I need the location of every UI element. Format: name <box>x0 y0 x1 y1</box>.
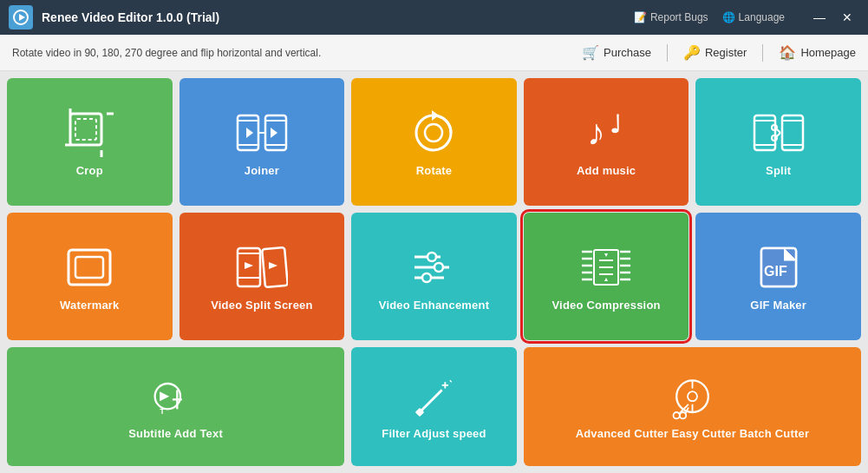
filter-adjust-speed-tile[interactable]: Filter Adjust speed <box>351 347 517 466</box>
language-btn[interactable]: 🌐 Language <box>722 11 785 23</box>
add-music-icon: ♪ ♩ <box>580 107 632 159</box>
svg-point-83 <box>673 412 679 418</box>
video-split-screen-tile[interactable]: Video Split Screen <box>179 213 345 340</box>
close-btn[interactable]: ✕ <box>835 8 859 27</box>
video-enhancement-label: Video Enhancement <box>379 299 489 312</box>
bug-icon: 📝 <box>634 11 647 23</box>
svg-marker-61 <box>604 278 608 281</box>
app-title: Renee Video Editor 1.0.0 (Trial) <box>42 10 219 24</box>
video-enhancement-tile[interactable]: Video Enhancement <box>351 213 517 340</box>
register-btn[interactable]: 🔑 Register <box>683 44 747 61</box>
rotate-icon <box>408 107 460 159</box>
split-tile[interactable]: Split <box>695 78 861 206</box>
menu-bar: Rotate video in 90, 180, 270 degree and … <box>0 35 868 71</box>
globe-icon: 🌐 <box>722 11 735 23</box>
add-music-label: Add music <box>577 164 636 177</box>
gif-maker-icon: GIF <box>753 241 805 293</box>
report-bugs-btn[interactable]: 📝 Report Bugs <box>634 11 708 23</box>
svg-point-41 <box>427 253 436 261</box>
subtitle-add-text-label: Subtitle Add Text <box>128 427 223 440</box>
svg-text:T: T <box>160 406 165 415</box>
svg-line-76 <box>450 380 452 382</box>
watermark-tile[interactable]: Watermark <box>7 213 173 340</box>
svg-point-78 <box>688 391 697 401</box>
svg-marker-60 <box>604 253 608 257</box>
window-controls: — ✕ <box>807 8 859 27</box>
svg-marker-39 <box>269 262 277 269</box>
menu-description: Rotate video in 90, 180, 270 degree and … <box>12 47 321 59</box>
cart-icon: 🛒 <box>582 44 599 61</box>
svg-marker-1 <box>19 14 25 21</box>
filter-adjust-speed-icon <box>410 374 458 422</box>
title-bar: Renee Video Editor 1.0.0 (Trial) 📝 Repor… <box>0 0 868 35</box>
video-compression-tile[interactable]: Video Compression <box>524 213 689 340</box>
crop-label: Crop <box>76 164 103 177</box>
video-split-screen-label: Video Split Screen <box>211 299 313 312</box>
svg-text:GIF: GIF <box>764 264 787 279</box>
svg-point-43 <box>434 263 443 272</box>
joiner-icon <box>236 107 288 159</box>
purchase-btn[interactable]: 🛒 Purchase <box>582 44 651 61</box>
watermark-label: Watermark <box>60 299 120 312</box>
svg-marker-19 <box>432 110 439 121</box>
rotate-tile[interactable]: Rotate <box>351 78 517 206</box>
video-split-screen-icon <box>236 241 288 293</box>
minimize-btn[interactable]: — <box>807 8 832 27</box>
gif-maker-label: GIF Maker <box>750 299 806 312</box>
cutter-icon <box>664 374 721 422</box>
svg-line-28 <box>777 129 780 133</box>
app-icon <box>9 5 33 30</box>
gif-maker-tile[interactable]: GIF GIF Maker <box>695 213 861 340</box>
svg-text:♩: ♩ <box>610 111 621 138</box>
title-right: 📝 Report Bugs 🌐 Language — ✕ <box>634 8 859 27</box>
svg-rect-7 <box>75 119 96 140</box>
video-enhancement-icon <box>408 241 460 293</box>
homepage-btn[interactable]: 🏠 Homepage <box>779 44 856 61</box>
subtitle-add-text-icon: T <box>152 374 199 422</box>
menu-actions: 🛒 Purchase 🔑 Register 🏠 Homepage <box>582 44 856 62</box>
crop-icon <box>63 107 115 159</box>
video-compression-icon <box>580 241 632 293</box>
svg-text:♪: ♪ <box>587 112 605 153</box>
rotate-label: Rotate <box>416 164 453 177</box>
main-grid: Crop Joiner Rotate ♪ ♩ Ad <box>0 71 868 473</box>
svg-marker-68 <box>160 391 169 401</box>
add-music-tile[interactable]: ♪ ♩ Add music <box>524 78 689 206</box>
svg-rect-33 <box>75 257 103 278</box>
divider2 <box>762 44 763 62</box>
svg-marker-15 <box>271 128 277 138</box>
joiner-label: Joiner <box>245 164 279 177</box>
split-icon <box>753 107 805 159</box>
svg-point-84 <box>680 412 686 418</box>
filter-adjust-speed-label: Filter Adjust speed <box>382 427 486 440</box>
title-left: Renee Video Editor 1.0.0 (Trial) <box>9 5 219 30</box>
crop-tile[interactable]: Crop <box>7 78 173 206</box>
svg-point-18 <box>425 124 442 141</box>
video-compression-label: Video Compression <box>551 299 660 312</box>
svg-marker-37 <box>245 262 253 269</box>
divider1 <box>667 44 668 62</box>
svg-marker-14 <box>246 128 253 138</box>
subtitle-add-text-tile[interactable]: T Subtitle Add Text <box>7 347 344 466</box>
key-icon: 🔑 <box>683 44 701 61</box>
watermark-icon <box>63 241 115 293</box>
svg-rect-38 <box>262 247 288 287</box>
svg-point-45 <box>422 273 431 282</box>
home-icon: 🏠 <box>779 44 796 61</box>
split-label: Split <box>766 164 791 177</box>
svg-line-72 <box>420 390 442 412</box>
svg-line-29 <box>777 133 780 136</box>
joiner-tile[interactable]: Joiner <box>179 78 345 206</box>
advanced-easy-batch-cutter-tile[interactable]: Advanced Cutter Easy Cutter Batch Cutter <box>524 347 861 466</box>
advanced-easy-batch-cutter-label: Advanced Cutter Easy Cutter Batch Cutter <box>576 427 810 440</box>
